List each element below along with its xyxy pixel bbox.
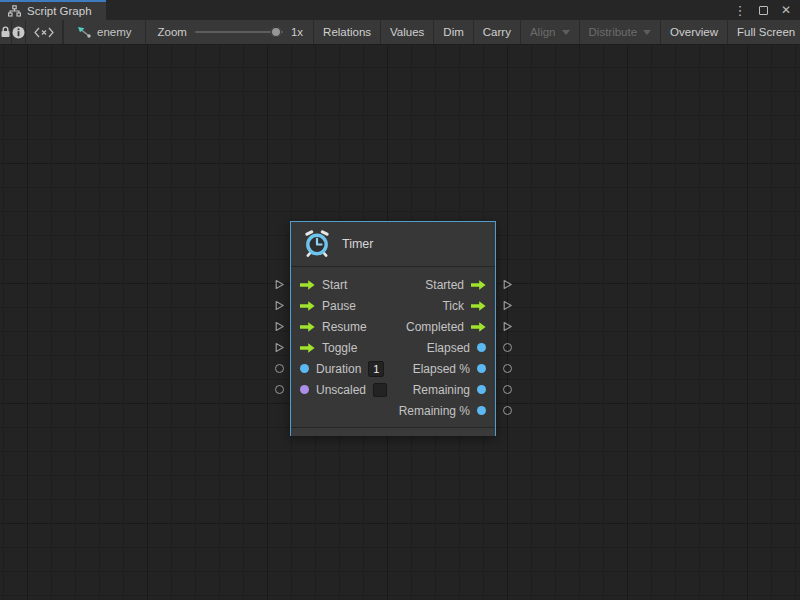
node-title: Timer — [342, 237, 373, 251]
port-label: Start — [322, 278, 347, 292]
port-label: Elapsed % — [413, 362, 470, 376]
port-connector-flow[interactable] — [501, 274, 513, 295]
flow-arrow-icon — [471, 322, 486, 332]
button-label: Align — [530, 26, 556, 38]
toolbar-button-dim[interactable]: Dim — [433, 20, 472, 44]
port-label: Duration — [316, 362, 361, 376]
zoom-slider[interactable] — [195, 26, 283, 38]
tab-title: Script Graph — [27, 5, 92, 17]
button-label: Carry — [483, 26, 511, 38]
flow-arrow-icon — [300, 301, 315, 311]
port-tick[interactable]: Tick — [442, 299, 486, 313]
port-connector-flow[interactable] — [273, 337, 285, 358]
port-duration[interactable]: Duration — [300, 361, 384, 377]
zoom-value: 1x — [291, 26, 303, 38]
port-row: Unscaled Remaining — [291, 379, 495, 400]
info-icon — [12, 26, 25, 39]
menu-dots-icon[interactable]: ⋮ — [732, 2, 748, 18]
port-label: Elapsed — [427, 341, 470, 355]
zoom-slider-track[interactable] — [195, 31, 283, 33]
port-connector-value[interactable] — [273, 358, 285, 379]
port-toggle[interactable]: Toggle — [300, 341, 357, 355]
port-label: Pause — [322, 299, 356, 313]
value-dot-icon — [477, 343, 486, 352]
flow-arrow-icon — [300, 343, 315, 353]
timer-node-body[interactable]: Timer Start Started Pause — [290, 221, 496, 436]
port-row: Duration Elapsed % — [291, 358, 495, 379]
toolbar-button-fullscreen[interactable]: Full Screen — [727, 20, 800, 44]
tab-bar: Script Graph ⋮ ✕ — [0, 0, 800, 20]
port-row: Toggle Elapsed — [291, 337, 495, 358]
button-label: Dim — [443, 26, 463, 38]
button-label: Relations — [323, 26, 371, 38]
port-label: Unscaled — [316, 383, 366, 397]
node-footer — [291, 427, 495, 436]
port-elapsed-percent[interactable]: Elapsed % — [413, 362, 486, 376]
port-connector-value[interactable] — [501, 358, 513, 379]
node-header[interactable]: Timer — [291, 222, 495, 267]
port-label: Remaining % — [399, 404, 470, 418]
value-dot-icon — [300, 385, 309, 394]
graph-canvas[interactable]: Timer Start Started Pause — [0, 45, 800, 600]
toolbar-button-align: Align — [520, 20, 579, 44]
lock-icon — [0, 26, 11, 38]
port-connector-flow[interactable] — [273, 295, 285, 316]
external-input-ports — [273, 274, 285, 400]
lock-button[interactable] — [0, 20, 12, 44]
flow-arrow-icon — [300, 280, 315, 290]
port-row: Pause Tick — [291, 295, 495, 316]
port-resume[interactable]: Resume — [300, 320, 367, 334]
graph-name-label: enemy — [97, 26, 132, 38]
toolbar-button-overview[interactable]: Overview — [660, 20, 727, 44]
close-icon[interactable]: ✕ — [778, 2, 794, 18]
port-label: Resume — [322, 320, 367, 334]
port-label: Remaining — [413, 383, 470, 397]
toolbar-button-relations[interactable]: Relations — [313, 20, 380, 44]
chevron-down-icon — [562, 30, 570, 35]
value-dot-icon — [300, 364, 309, 373]
value-dot-icon — [477, 385, 486, 394]
flow-arrow-icon — [300, 322, 315, 332]
port-connector-value[interactable] — [501, 379, 513, 400]
graph-hierarchy-icon — [8, 5, 21, 17]
port-started[interactable]: Started — [425, 278, 486, 292]
tab-script-graph[interactable]: Script Graph — [0, 0, 106, 20]
zoom-label: Zoom — [158, 26, 187, 38]
port-unscaled[interactable]: Unscaled — [300, 383, 387, 397]
port-row: Resume Completed — [291, 316, 495, 337]
port-pause[interactable]: Pause — [300, 299, 356, 313]
value-dot-icon — [477, 364, 486, 373]
port-remaining[interactable]: Remaining — [413, 383, 486, 397]
port-connector-value[interactable] — [501, 400, 513, 421]
zoom-slider-handle[interactable] — [271, 27, 281, 37]
port-connector-flow[interactable] — [273, 316, 285, 337]
timer-node[interactable]: Timer Start Started Pause — [290, 221, 496, 436]
port-connector-value[interactable] — [273, 379, 285, 400]
unscaled-checkbox[interactable] — [373, 383, 387, 397]
port-row: Remaining % — [291, 400, 495, 421]
code-view-button[interactable] — [26, 20, 63, 44]
button-label: Distribute — [589, 26, 638, 38]
port-connector-value[interactable] — [501, 337, 513, 358]
code-icon — [34, 27, 54, 38]
port-label: Completed — [406, 320, 464, 334]
window-controls: ⋮ ✕ — [732, 0, 800, 20]
port-connector-flow[interactable] — [501, 295, 513, 316]
port-connector-flow[interactable] — [273, 274, 285, 295]
maximize-icon[interactable] — [755, 2, 771, 18]
port-completed[interactable]: Completed — [406, 320, 486, 334]
graph-breadcrumb[interactable]: enemy — [63, 20, 146, 44]
port-remaining-percent[interactable]: Remaining % — [399, 404, 486, 418]
port-label: Started — [425, 278, 464, 292]
inspect-button[interactable] — [12, 20, 26, 44]
alarm-clock-icon — [303, 230, 331, 258]
node-ports: Start Started Pause Tick — [291, 267, 495, 427]
port-elapsed[interactable]: Elapsed — [427, 341, 486, 355]
toolbar-button-values[interactable]: Values — [380, 20, 433, 44]
duration-input[interactable] — [368, 361, 384, 377]
port-connector-flow[interactable] — [501, 316, 513, 337]
graph-toolbar: enemy Zoom 1x Relations Values Dim Carry… — [0, 20, 800, 45]
button-label: Overview — [670, 26, 718, 38]
port-start[interactable]: Start — [300, 278, 347, 292]
toolbar-button-carry[interactable]: Carry — [473, 20, 520, 44]
